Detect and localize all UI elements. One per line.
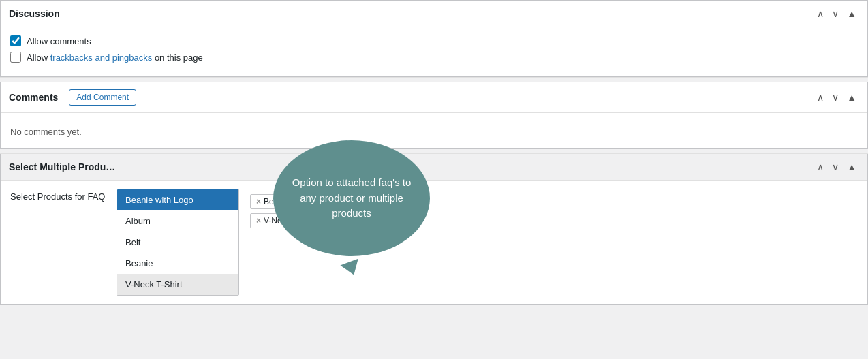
speech-bubble: Option to attached faq's to any product … — [273, 140, 430, 256]
comments-panel: Comments Add Comment ∧ ∨ ▲ No comments y… — [0, 82, 868, 149]
discussion-header: Discussion ∧ ∨ ▲ — [1, 1, 867, 27]
dropdown-item-beanie-with-logo[interactable]: Beanie with Logo — [117, 189, 238, 210]
allow-comments-label: Allow comments — [27, 36, 91, 46]
discussion-title: Discussion — [9, 8, 60, 19]
trackbacks-link[interactable]: trackbacks and pingbacks — [50, 52, 153, 63]
dropdown-item-belt[interactable]: Belt — [117, 232, 238, 253]
divider-1 — [0, 77, 868, 82]
field-label: Select Products for FAQ — [10, 189, 106, 202]
comments-header: Comments Add Comment ∧ ∨ ▲ — [1, 82, 867, 113]
dropdown-item-album[interactable]: Album — [117, 210, 238, 232]
select-products-body: Select Products for FAQ Beanie with Logo… — [1, 181, 867, 304]
select-products-panel: Option to attached faq's to any product … — [0, 154, 868, 305]
divider-2 — [0, 149, 868, 154]
discussion-arrow-up[interactable]: ∧ — [814, 7, 826, 20]
products-dropdown[interactable]: Beanie with Logo Album Belt Beanie V-Nec… — [117, 189, 239, 296]
dropdown-list: Beanie with Logo Album Belt Beanie V-Nec… — [117, 189, 239, 296]
dropdown-item-beanie[interactable]: Beanie — [117, 253, 238, 274]
select-products-arrow-down[interactable]: ∨ — [829, 161, 841, 173]
allow-trackbacks-label: Allow trackbacks and pingbacks on this p… — [27, 52, 203, 63]
comments-controls: ∧ ∨ ▲ — [814, 91, 859, 104]
allow-trackbacks-row: Allow trackbacks and pingbacks on this p… — [10, 52, 858, 63]
select-products-arrow-up[interactable]: ∧ — [814, 161, 826, 173]
select-products-collapse[interactable]: ▲ — [844, 161, 859, 173]
discussion-collapse[interactable]: ▲ — [844, 7, 859, 20]
tag-beanie-remove[interactable]: × — [256, 197, 261, 206]
discussion-body: Allow comments Allow trackbacks and ping… — [1, 27, 867, 76]
comments-body: No comments yet. — [1, 113, 867, 148]
comments-arrow-down[interactable]: ∨ — [829, 91, 841, 104]
allow-comments-checkbox[interactable] — [10, 35, 21, 46]
speech-bubble-text: Option to attached faq's to any product … — [287, 175, 416, 221]
select-products-title: Select Multiple Produ… — [9, 161, 115, 172]
allow-comments-row: Allow comments — [10, 35, 858, 46]
no-comments-text: No comments yet. — [10, 121, 858, 140]
allow-trackbacks-checkbox[interactable] — [10, 52, 21, 63]
select-products-header: Select Multiple Produ… ∧ ∨ ▲ — [1, 154, 867, 181]
discussion-arrow-down[interactable]: ∨ — [829, 7, 841, 20]
select-products-controls: ∧ ∨ ▲ — [814, 161, 859, 173]
add-comment-button[interactable]: Add Comment — [69, 89, 136, 106]
comments-collapse[interactable]: ▲ — [844, 91, 859, 104]
discussion-panel: Discussion ∧ ∨ ▲ Allow comments Allow tr… — [0, 0, 868, 77]
discussion-controls: ∧ ∨ ▲ — [814, 7, 859, 20]
comments-arrow-up[interactable]: ∧ — [814, 91, 826, 104]
dropdown-item-vneck[interactable]: V-Neck T-Shirt — [117, 274, 238, 295]
comments-title: Comments — [9, 92, 58, 103]
tag-vneck-remove[interactable]: × — [256, 216, 261, 225]
